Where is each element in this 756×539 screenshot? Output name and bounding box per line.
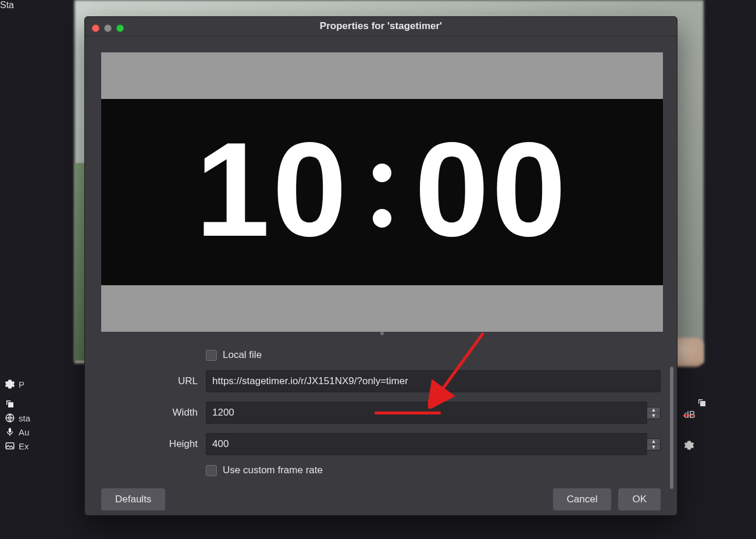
height-label: Height: [101, 438, 206, 450]
mixer-panel: dB: [680, 407, 756, 455]
gear-icon: [684, 440, 694, 453]
timer-minutes: 10: [195, 123, 350, 257]
source-preview: 10 00: [101, 52, 663, 332]
window-controls: [92, 24, 124, 32]
ok-button[interactable]: OK: [618, 488, 661, 510]
source-item-label: Ex: [19, 441, 29, 451]
width-stepper: ▲ ▼: [647, 407, 661, 419]
source-item-image[interactable]: Ex: [0, 439, 93, 453]
properties-form: Local file URL Width ▲ ▼ Height ▲ ▼: [101, 349, 661, 476]
url-input[interactable]: [206, 370, 661, 392]
width-label: Width: [101, 407, 206, 419]
defaults-button[interactable]: Defaults: [101, 488, 165, 510]
window-title: Properties for 'stagetimer': [320, 20, 442, 32]
timer-display: 10 00: [195, 125, 569, 259]
timer-preview-surface: 10 00: [101, 99, 663, 285]
url-label: URL: [101, 375, 206, 387]
timer-colon-icon: [373, 164, 391, 228]
mixer-gear-row[interactable]: [680, 438, 756, 455]
clip-icon: [5, 399, 15, 409]
titlebar: Properties for 'stagetimer': [85, 17, 677, 36]
mic-icon: [5, 427, 15, 437]
window-zoom-button[interactable]: [116, 24, 124, 32]
window-close-button[interactable]: [92, 24, 99, 32]
db-label-row: dB: [680, 407, 756, 423]
width-input[interactable]: [206, 402, 647, 424]
custom-framerate-row[interactable]: Use custom frame rate: [206, 464, 661, 476]
height-input[interactable]: [206, 433, 647, 455]
window-minimize-button[interactable]: [104, 24, 112, 32]
local-file-label: Local file: [223, 349, 262, 361]
cancel-button[interactable]: Cancel: [553, 488, 612, 510]
sources-header[interactable]: P: [0, 377, 93, 391]
properties-dialog: Properties for 'stagetimer' 10 00: [84, 16, 677, 516]
timer-seconds: 00: [415, 123, 569, 257]
image-icon: [5, 441, 15, 451]
splitter-handle-icon[interactable]: [380, 332, 384, 335]
start-button-label: Sta: [0, 0, 14, 10]
custom-framerate-checkbox[interactable]: [206, 465, 217, 476]
url-row: [206, 370, 661, 392]
gear-icon: [5, 379, 15, 389]
sources-header-label: P: [19, 380, 24, 389]
custom-framerate-label: Use custom frame rate: [223, 464, 323, 476]
source-item-label: sta: [19, 413, 30, 423]
sources-panel: P sta Au Ex: [0, 361, 93, 453]
clip-row[interactable]: [0, 397, 93, 411]
width-step-down[interactable]: ▼: [647, 413, 660, 419]
dialog-body: 10 00 Local file URL: [85, 36, 677, 483]
globe-icon: [5, 413, 15, 423]
height-stepper: ▲ ▼: [647, 438, 661, 451]
source-item-stagetimer[interactable]: sta: [0, 411, 93, 425]
source-item-audio[interactable]: Au: [0, 425, 93, 439]
dialog-footer: Defaults Cancel OK: [85, 483, 677, 515]
source-item-label: Au: [19, 427, 29, 437]
height-row: ▲ ▼: [206, 433, 661, 455]
db-label: dB: [684, 410, 696, 420]
width-row: ▲ ▼: [206, 402, 661, 424]
local-file-checkbox[interactable]: [206, 350, 217, 361]
height-step-down[interactable]: ▼: [647, 445, 660, 450]
local-file-row[interactable]: Local file: [206, 349, 661, 361]
scrollbar-thumb[interactable]: [670, 367, 673, 489]
svg-rect-1: [9, 428, 12, 432]
